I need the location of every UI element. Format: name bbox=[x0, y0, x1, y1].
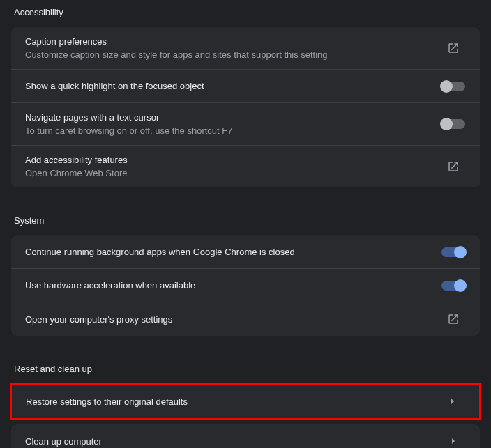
toggle-hardware-acceleration[interactable] bbox=[441, 281, 466, 291]
chevron-right-icon bbox=[441, 438, 466, 445]
row-subtitle: Open Chrome Web Store bbox=[25, 168, 441, 178]
card-system: Continue running background apps when Go… bbox=[11, 235, 480, 336]
annotation-highlight: Restore settings to their original defau… bbox=[10, 383, 481, 420]
row-caption-preferences[interactable]: Caption preferences Customize caption si… bbox=[11, 27, 480, 70]
row-title: Clean up computer bbox=[25, 436, 441, 447]
external-link-icon bbox=[441, 42, 466, 54]
row-caret-browsing[interactable]: Navigate pages with a text cursor To tur… bbox=[11, 103, 480, 146]
row-title: Continue running background apps when Go… bbox=[25, 247, 441, 257]
external-link-icon bbox=[441, 160, 466, 173]
row-text: Add accessibility features Open Chrome W… bbox=[25, 155, 441, 178]
row-clean-up-computer[interactable]: Clean up computer bbox=[11, 424, 480, 448]
row-title: Restore settings to their original defau… bbox=[26, 396, 440, 407]
row-subtitle: Customize caption size and style for app… bbox=[25, 49, 441, 60]
card-accessibility: Caption preferences Customize caption si… bbox=[11, 27, 480, 187]
row-title: Caption preferences bbox=[25, 36, 441, 47]
card-reset-cleanup: Clean up computer bbox=[11, 424, 480, 448]
row-proxy-settings[interactable]: Open your computer's proxy settings bbox=[11, 302, 480, 336]
row-background-apps[interactable]: Continue running background apps when Go… bbox=[11, 235, 480, 269]
row-text: Restore settings to their original defau… bbox=[26, 396, 440, 407]
row-text: Continue running background apps when Go… bbox=[25, 247, 441, 257]
row-title: Open your computer's proxy settings bbox=[25, 314, 441, 325]
row-text: Use hardware acceleration when available bbox=[25, 280, 441, 291]
row-restore-defaults[interactable]: Restore settings to their original defau… bbox=[12, 385, 479, 418]
row-title: Add accessibility features bbox=[25, 155, 441, 165]
section-header-reset: Reset and clean up bbox=[11, 357, 480, 384]
row-subtitle: To turn caret browsing on or off, use th… bbox=[25, 125, 441, 136]
row-title: Use hardware acceleration when available bbox=[25, 280, 441, 291]
row-text: Show a quick highlight on the focused ob… bbox=[25, 81, 441, 91]
toggle-quick-highlight[interactable] bbox=[441, 82, 466, 91]
row-text: Open your computer's proxy settings bbox=[25, 314, 441, 325]
row-text: Clean up computer bbox=[25, 436, 441, 447]
row-text: Navigate pages with a text cursor To tur… bbox=[25, 112, 441, 136]
external-link-icon bbox=[441, 313, 466, 325]
row-title: Show a quick highlight on the focused ob… bbox=[25, 81, 441, 91]
row-add-accessibility-features[interactable]: Add accessibility features Open Chrome W… bbox=[11, 146, 480, 187]
chevron-right-icon bbox=[440, 398, 465, 405]
row-title: Navigate pages with a text cursor bbox=[25, 112, 441, 123]
toggle-caret-browsing[interactable] bbox=[441, 119, 466, 129]
section-header-accessibility: Accessibility bbox=[11, 0, 480, 27]
row-hardware-acceleration[interactable]: Use hardware acceleration when available bbox=[11, 269, 480, 302]
row-quick-highlight[interactable]: Show a quick highlight on the focused ob… bbox=[11, 70, 480, 103]
section-header-system: System bbox=[11, 208, 480, 235]
toggle-background-apps[interactable] bbox=[441, 247, 466, 257]
row-text: Caption preferences Customize caption si… bbox=[25, 36, 441, 60]
